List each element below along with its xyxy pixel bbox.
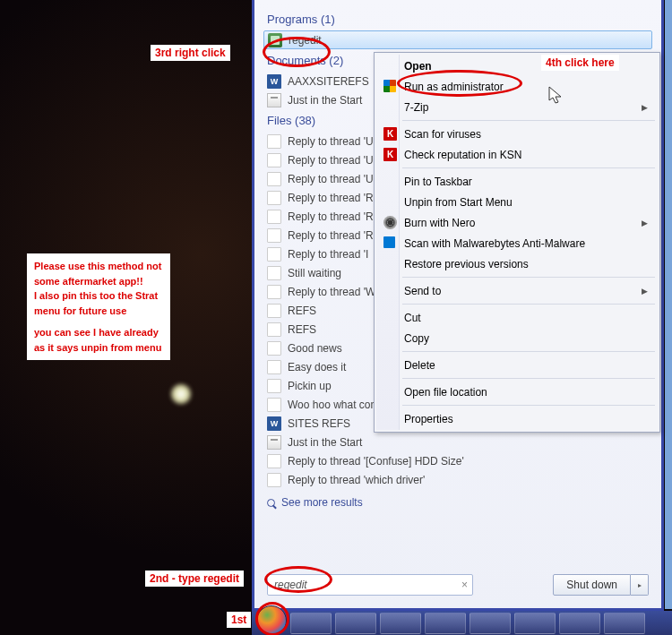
result-item-label: Reply to thread 'R bbox=[288, 210, 374, 223]
taskbar-app-5[interactable] bbox=[470, 613, 511, 634]
context-item-burn-with-nero[interactable]: Burn with Nero▶ bbox=[377, 212, 657, 233]
annotation-4: 4th click here bbox=[541, 55, 619, 71]
context-separator bbox=[402, 351, 655, 352]
context-separator bbox=[402, 405, 655, 406]
context-item-7-zip[interactable]: 7-Zip▶ bbox=[377, 97, 657, 117]
desktop-sliver bbox=[665, 0, 672, 609]
context-separator bbox=[402, 304, 655, 305]
shutdown-group: Shut down ▸ bbox=[553, 574, 649, 596]
result-item-label: Reply to thread 'W bbox=[288, 286, 375, 298]
taskbar-app-6[interactable] bbox=[514, 613, 556, 634]
taskbar-app-7[interactable] bbox=[559, 613, 600, 634]
page-icon bbox=[267, 379, 281, 393]
annotation-note-1: Please use this method not some aftermar… bbox=[34, 259, 163, 318]
search-input[interactable] bbox=[267, 574, 473, 596]
search-result-item[interactable]: Just in the Start bbox=[254, 433, 661, 451]
context-item-label: 7-Zip bbox=[404, 101, 428, 114]
result-item-label: Reply to thread 'U bbox=[288, 135, 374, 148]
k-icon: K bbox=[383, 148, 397, 161]
nero-icon bbox=[383, 216, 397, 229]
result-item-label: Just in the Start bbox=[288, 436, 362, 449]
context-item-label: Restore previous versions bbox=[404, 258, 529, 270]
shutdown-button[interactable]: Shut down bbox=[553, 574, 631, 596]
page-icon bbox=[267, 266, 281, 280]
result-item-label: Still waiting bbox=[288, 267, 341, 279]
context-item-label: Check reputation in KSN bbox=[404, 149, 521, 161]
context-item-scan-with-malwarebytes-anti-malware[interactable]: Scan with Malwarebytes Anti-Malware bbox=[377, 233, 657, 253]
result-item-label: Reply to thread 'U bbox=[288, 173, 374, 185]
result-item-label: REFS bbox=[288, 305, 316, 317]
context-item-run-as-administrator[interactable]: Run as administrator bbox=[377, 76, 657, 97]
context-item-label: Send to bbox=[404, 285, 441, 297]
start-orb[interactable] bbox=[256, 605, 287, 636]
page-icon bbox=[267, 360, 281, 374]
result-item-label: Reply to thread 'U bbox=[288, 154, 374, 167]
result-item-label: AAXXSITEREFS bbox=[288, 75, 369, 88]
page-icon bbox=[267, 191, 281, 205]
context-item-label: Delete bbox=[404, 359, 435, 372]
page-icon bbox=[267, 134, 281, 149]
page-icon bbox=[267, 341, 281, 356]
context-item-label: Scan with Malwarebytes Anti-Malware bbox=[404, 237, 585, 250]
page-icon bbox=[267, 153, 281, 167]
context-item-properties[interactable]: Properties bbox=[377, 408, 657, 429]
regedit-icon bbox=[268, 33, 282, 47]
submenu-arrow-icon: ▶ bbox=[642, 287, 648, 296]
search-result-item[interactable]: Reply to thread 'which driver' bbox=[254, 470, 661, 489]
word-icon: W bbox=[267, 74, 281, 89]
context-item-restore-previous-versions[interactable]: Restore previous versions bbox=[377, 253, 657, 274]
context-item-pin-to-taskbar[interactable]: Pin to Taskbar bbox=[377, 171, 657, 192]
see-more-results[interactable]: See more results bbox=[254, 489, 661, 516]
context-item-label: Scan for viruses bbox=[404, 128, 481, 141]
context-item-unpin-from-start-menu[interactable]: Unpin from Start Menu bbox=[377, 192, 657, 212]
context-item-scan-for-viruses[interactable]: KScan for viruses bbox=[377, 124, 657, 144]
context-separator bbox=[402, 378, 655, 379]
taskbar-app-8[interactable] bbox=[604, 613, 645, 634]
context-item-cut[interactable]: Cut bbox=[377, 307, 657, 328]
malware-icon bbox=[383, 236, 395, 248]
context-item-check-reputation-in-ksn[interactable]: KCheck reputation in KSN bbox=[377, 144, 657, 165]
page-icon bbox=[267, 172, 281, 186]
result-item-label: Reply to thread 'which driver' bbox=[288, 474, 425, 486]
search-result-item[interactable]: Reply to thread '[Confuse] HDD Size' bbox=[254, 451, 661, 470]
result-item-label: SITES REFS bbox=[288, 417, 350, 430]
lens-reflection bbox=[170, 383, 192, 405]
context-item-label: Open file location bbox=[404, 386, 487, 399]
taskbar-app-3[interactable] bbox=[380, 613, 421, 634]
section-programs: Programs (1) bbox=[254, 0, 661, 30]
context-item-copy[interactable]: Copy bbox=[377, 328, 657, 348]
shield-icon bbox=[383, 80, 396, 92]
search-result-item[interactable]: regedit bbox=[263, 30, 652, 49]
result-item-label: Reply to thread 'I bbox=[288, 248, 368, 261]
result-item-label: Good news bbox=[288, 342, 342, 355]
context-item-label: Open bbox=[404, 60, 432, 73]
context-item-open-file-location[interactable]: Open file location bbox=[377, 382, 657, 402]
result-item-label: Reply to thread 'R bbox=[288, 229, 374, 242]
taskbar-app-2[interactable] bbox=[335, 613, 376, 634]
page-icon bbox=[267, 304, 281, 318]
result-item-label: REFS bbox=[288, 323, 316, 336]
annotation-1: 1st bbox=[227, 612, 251, 628]
result-item-label: Just in the Start bbox=[288, 94, 362, 107]
shutdown-arrow-button[interactable]: ▸ bbox=[631, 574, 649, 596]
context-menu: OpenRun as administrator7-Zip▶KScan for … bbox=[374, 52, 660, 433]
search-box-container: × bbox=[267, 574, 473, 596]
annotation-note-2: you can see I have already as it says un… bbox=[34, 325, 163, 355]
submenu-arrow-icon: ▶ bbox=[642, 219, 648, 227]
submenu-arrow-icon: ▶ bbox=[642, 103, 648, 112]
script-icon bbox=[267, 435, 281, 450]
page-icon bbox=[267, 473, 281, 487]
search-clear-icon[interactable]: × bbox=[461, 579, 468, 591]
page-icon bbox=[267, 285, 281, 299]
page-icon bbox=[267, 228, 281, 243]
annotation-2: 2nd - type regedit bbox=[145, 571, 244, 587]
context-item-label: Pin to Taskbar bbox=[404, 176, 472, 188]
context-item-label: Copy bbox=[404, 332, 429, 345]
taskbar-app-1[interactable] bbox=[290, 613, 332, 634]
context-item-delete[interactable]: Delete bbox=[377, 355, 657, 375]
result-item-label: Reply to thread '[Confuse] HDD Size' bbox=[288, 455, 464, 468]
page-icon bbox=[267, 398, 281, 412]
context-item-send-to[interactable]: Send to▶ bbox=[377, 280, 657, 301]
page-icon bbox=[267, 454, 281, 468]
taskbar-app-4[interactable] bbox=[425, 613, 466, 634]
